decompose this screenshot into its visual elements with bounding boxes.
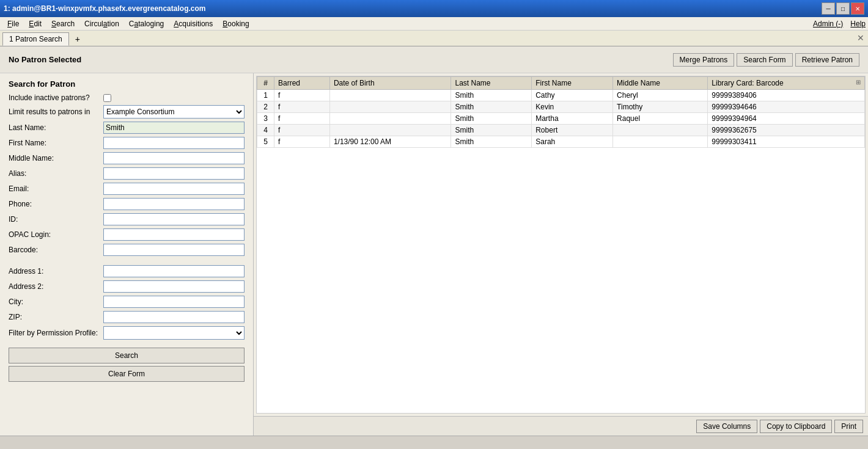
phone-label: Phone:: [9, 200, 103, 208]
address2-input[interactable]: [103, 280, 245, 293]
last-name-input[interactable]: [103, 122, 245, 134]
filter-permission-label: Filter by Permission Profile:: [9, 329, 103, 337]
zip-label: ZIP:: [9, 313, 103, 321]
table-row[interactable]: 5 f 1/13/90 12:00 AM Smith Sarah 9999930…: [257, 136, 865, 148]
email-input[interactable]: [103, 183, 245, 195]
filter-permission-row: Filter by Permission Profile:: [9, 326, 245, 340]
table-row[interactable]: 2 f Smith Kevin Timothy 99999394646: [257, 101, 865, 113]
col-resize-icon[interactable]: ⊞: [856, 79, 861, 86]
col-header-middlename: Middle Name: [613, 77, 708, 90]
minimize-button[interactable]: ─: [822, 2, 835, 15]
opac-login-row: OPAC Login:: [9, 228, 245, 241]
opac-login-input[interactable]: [103, 228, 245, 241]
table-row[interactable]: 4 f Smith Robert 99999362675: [257, 125, 865, 136]
middle-name-label: Middle Name:: [9, 154, 103, 162]
header-section: No Patron Selected Merge Patrons Search …: [0, 46, 868, 73]
filter-permission-select[interactable]: [103, 326, 245, 340]
print-button[interactable]: Print: [834, 420, 863, 433]
cell-num: 2: [257, 101, 274, 113]
cell-firstname: Sarah: [532, 136, 613, 148]
clear-form-button[interactable]: Clear Form: [9, 366, 245, 382]
table-row[interactable]: 1 f Smith Cathy Cheryl 99999389406: [257, 90, 865, 101]
phone-input[interactable]: [103, 198, 245, 210]
city-input[interactable]: [103, 296, 245, 308]
cell-barcode: 99999394646: [708, 101, 865, 113]
top-right-admin: Admin (-) Help: [813, 20, 866, 28]
menu-cataloging[interactable]: Cataloging: [124, 18, 169, 29]
tab-add-button[interactable]: +: [70, 32, 85, 46]
opac-login-label: OPAC Login:: [9, 230, 103, 239]
city-row: City:: [9, 296, 245, 308]
restore-button[interactable]: □: [836, 2, 850, 15]
email-label: Email:: [9, 184, 103, 193]
copy-clipboard-button[interactable]: Copy to Clipboard: [760, 420, 832, 433]
left-panel: Search for Patron Include inactive patro…: [0, 73, 254, 436]
cell-lastname: Smith: [451, 136, 532, 148]
title-bar-text: 1: admin@BR1-winxpvmfx.phasefx.evergreen…: [4, 4, 205, 13]
id-input[interactable]: [103, 213, 245, 225]
col-header-barred: Barred: [274, 77, 330, 90]
first-name-label: First Name:: [9, 139, 103, 147]
cell-barred: f: [274, 101, 330, 113]
menu-file[interactable]: File: [2, 18, 24, 29]
menu-edit[interactable]: Edit: [24, 18, 46, 29]
barcode-input[interactable]: [103, 244, 245, 256]
table-row[interactable]: 3 f Smith Martha Raquel 99999394964: [257, 113, 865, 125]
phone-row: Phone:: [9, 198, 245, 210]
cell-dob: [329, 113, 451, 125]
tab-close-icon[interactable]: ✕: [857, 33, 864, 43]
results-table-container: # Barred Date of Birth Last Name First N…: [256, 76, 866, 414]
save-columns-button[interactable]: Save Columns: [696, 420, 757, 433]
cell-barcode: 99999362675: [708, 125, 865, 136]
cell-dob: [329, 90, 451, 101]
content-split: Search for Patron Include inactive patro…: [0, 73, 868, 436]
cell-barcode: 99999394964: [708, 113, 865, 125]
merge-patrons-button[interactable]: Merge Patrons: [673, 53, 735, 67]
address1-input[interactable]: [103, 265, 245, 277]
cell-num: 1: [257, 90, 274, 101]
button-row: Search Clear Form: [9, 348, 245, 382]
admin-link[interactable]: Admin (-): [813, 20, 843, 28]
tab-patron-search[interactable]: 1 Patron Search: [2, 32, 69, 46]
status-bar: [0, 436, 868, 449]
title-bar-controls: ─ □ ✕: [822, 2, 864, 15]
col-header-firstname: First Name: [532, 77, 613, 90]
cell-dob: [329, 101, 451, 113]
cell-middlename: [613, 136, 708, 148]
search-form-button[interactable]: Search Form: [737, 53, 792, 67]
first-name-input[interactable]: [103, 137, 245, 149]
search-for-patron-label: Search for Patron: [9, 79, 245, 89]
cell-barred: f: [274, 125, 330, 136]
include-inactive-checkbox[interactable]: [103, 94, 111, 102]
menu-circulation[interactable]: Circulation: [79, 18, 124, 29]
middle-name-input[interactable]: [103, 152, 245, 164]
help-link[interactable]: Help: [850, 20, 866, 28]
main-content: No Patron Selected Merge Patrons Search …: [0, 46, 868, 436]
menu-booking[interactable]: Booking: [218, 18, 254, 29]
address2-label: Address 2:: [9, 282, 103, 291]
cell-dob: [329, 125, 451, 136]
zip-input[interactable]: [103, 311, 245, 323]
retrieve-patron-button[interactable]: Retrieve Patron: [795, 53, 859, 67]
menu-acquisitions[interactable]: Acquisitions: [169, 18, 218, 29]
search-button[interactable]: Search: [9, 348, 245, 363]
city-label: City:: [9, 298, 103, 306]
col-header-dob: Date of Birth: [329, 77, 451, 90]
col-header-barcode: Library Card: Barcode ⊞: [708, 77, 865, 90]
alias-input[interactable]: [103, 167, 245, 180]
address1-label: Address 1:: [9, 267, 103, 276]
table-header-row: # Barred Date of Birth Last Name First N…: [257, 77, 865, 90]
cell-firstname: Cathy: [532, 90, 613, 101]
close-button[interactable]: ✕: [851, 2, 864, 15]
zip-row: ZIP:: [9, 311, 245, 323]
bottom-bar: Save Columns Copy to Clipboard Print: [254, 416, 868, 436]
menu-search[interactable]: Search: [46, 18, 79, 29]
col-header-num: #: [257, 77, 274, 90]
cell-num: 4: [257, 125, 274, 136]
menu-bar: File Edit Search Circulation Cataloging …: [0, 17, 868, 31]
middle-name-row: Middle Name:: [9, 152, 245, 164]
limit-results-select[interactable]: Example Consortium: [103, 105, 245, 119]
last-name-label: Last Name:: [9, 123, 103, 132]
barcode-label: Barcode:: [9, 246, 103, 254]
alias-label: Alias:: [9, 169, 103, 178]
